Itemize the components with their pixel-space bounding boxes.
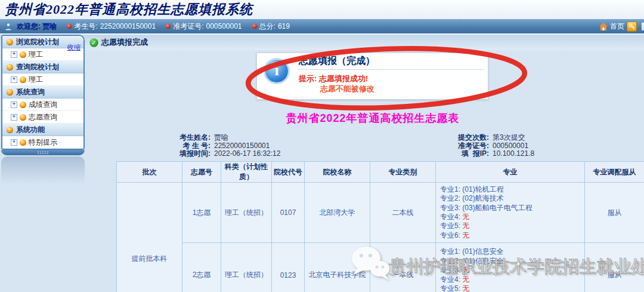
orange-ball-icon <box>20 139 26 146</box>
col-header-school-name: 院校名称 <box>305 162 370 183</box>
item-label: 特别提示 <box>29 137 57 147</box>
volunteer-no-cell: 2志愿 <box>182 243 221 292</box>
info-row: 填 报IP: 10.100.121.8 <box>447 150 534 158</box>
major-value: 无 <box>462 222 469 230</box>
info-value: 第3次提交 <box>493 134 525 142</box>
sidebar-section-browse-plans[interactable]: 浏览院校计划 收缩 <box>2 36 83 48</box>
info-icon <box>265 60 288 82</box>
info-row: 考生姓名: 贾喻 <box>169 134 280 142</box>
major-label: 专业3: <box>440 204 460 212</box>
user-toolbar: 欢迎您: 贾喻 考生号: 22520000150001 准考证号: 000500… <box>0 19 644 33</box>
plus-expand-icon[interactable] <box>11 139 17 146</box>
info-row: 提交次数: 第3次提交 <box>447 134 534 142</box>
clipped-glyph <box>642 23 644 30</box>
total-score-field: 总分: 619 <box>252 21 290 32</box>
info-label: 准考证号: <box>447 142 489 150</box>
item-label: 理工 <box>29 75 43 85</box>
sidebar-menu: 浏览院校计划 收缩 理工 查询院校计划 理工 系统查询 成绩查询 <box>1 35 85 150</box>
field-value: 619 <box>278 22 290 30</box>
orange-ball-icon <box>20 102 26 108</box>
field-label: 总分: <box>259 21 275 32</box>
info-label: 提交次数: <box>447 134 489 142</box>
plus-expand-icon[interactable] <box>11 76 17 83</box>
orange-ball-icon <box>7 127 13 133</box>
candidate-number-field: 考生号: 22520000150001 <box>67 21 156 32</box>
title-bar: 贵州省2022年普通高校招生志愿填报系统 <box>0 0 644 19</box>
orange-ball-icon <box>7 39 13 45</box>
red-dot-icon <box>67 24 72 29</box>
tip-label: 提示: <box>299 74 317 83</box>
sidebar-section-system-query[interactable]: 系统查询 <box>2 86 83 99</box>
orange-ball-icon <box>20 76 26 83</box>
red-dot-icon <box>166 24 171 29</box>
sidebar-section-system-functions[interactable]: 系统功能 <box>2 124 83 136</box>
major-value: 无 <box>462 231 469 239</box>
candidate-info-left: 考生姓名: 贾喻 考 生 号: 22520000150001 填报时间: 202… <box>169 134 280 158</box>
home-link[interactable]: 首页 <box>610 21 624 32</box>
major-value: (02)航海技术 <box>462 194 503 202</box>
plus-expand-icon[interactable] <box>11 51 17 58</box>
school-code-cell: 0123 <box>272 243 305 292</box>
orange-ball-icon <box>20 114 26 121</box>
item-label: 成绩查询 <box>29 100 57 110</box>
check-circle-icon <box>89 38 98 47</box>
wechat-logo <box>351 245 390 283</box>
subject-type-cell: 理工（统招） <box>221 183 272 243</box>
field-label: 考生号: <box>74 21 97 32</box>
key-icon[interactable] <box>627 21 637 32</box>
major-category-cell: 二本线 <box>370 183 436 243</box>
major-value: (01)轮机工程 <box>462 185 503 193</box>
volunteer-no-cell: 1志愿 <box>182 183 221 243</box>
user-icon <box>4 22 13 31</box>
sidebar-footer-bar[interactable] <box>1 150 85 155</box>
info-label: 考 生 号: <box>169 142 210 150</box>
col-header-batch: 批次 <box>117 162 182 183</box>
section-label: 查询院校计划 <box>16 62 59 72</box>
section-label: 浏览院校计划 <box>16 37 59 47</box>
sidebar-section-query-plans[interactable]: 查询院校计划 <box>2 61 83 73</box>
dialog-tip: 提示: 志愿填报成功! <box>299 73 368 84</box>
col-header-major-category: 专业类别 <box>370 162 436 183</box>
welcome-label: 欢迎您: <box>17 22 41 30</box>
candidate-info-right: 提交次数: 第3次提交 准考证号: 000500001 填 报IP: 10.10… <box>447 134 534 158</box>
info-label: 考生姓名: <box>169 134 210 142</box>
item-label: 理工 <box>29 50 43 60</box>
grip-handle-icon[interactable] <box>37 151 49 154</box>
major-label: 专业1: <box>440 185 460 193</box>
sidebar-item-score-query[interactable]: 成绩查询 <box>2 99 83 111</box>
status-line: 志愿填报完成 <box>89 37 148 48</box>
plus-expand-icon[interactable] <box>11 102 17 108</box>
school-name-cell: 北部湾大学 <box>305 183 370 243</box>
dialog-separator <box>299 69 483 70</box>
exam-ticket-field: 准考证号: 000500001 <box>166 21 242 32</box>
user-name: 贾喻 <box>42 22 57 30</box>
collapse-link[interactable]: 收缩 <box>67 43 80 52</box>
red-dot-icon <box>252 24 257 29</box>
sidebar-item-volunteer-query[interactable]: 志愿查询 <box>2 111 83 124</box>
orange-ball-icon <box>7 89 13 96</box>
welcome-text: 欢迎您: 贾喻 <box>17 21 57 32</box>
info-row: 准考证号: 000500001 <box>447 142 534 150</box>
field-label: 准考证号: <box>173 21 203 32</box>
completion-dialog: 志愿填报（完成） 提示: 志愿填报成功! 志愿不能被修改 <box>256 53 488 100</box>
major-label: 专业4: <box>440 213 460 221</box>
info-label: 填 报IP: <box>447 150 489 158</box>
info-value: 2022-06-17 16:32:12 <box>214 150 280 158</box>
sidebar-item-special-tips[interactable]: 特别提示 <box>2 136 83 149</box>
info-value: 10.100.121.8 <box>493 150 534 158</box>
section-label: 系统查询 <box>16 87 45 97</box>
orange-ball-icon <box>7 64 13 70</box>
plus-expand-icon[interactable] <box>11 114 17 121</box>
dialog-tip-sub: 志愿不能被修改 <box>320 84 374 94</box>
info-value: 22520000150001 <box>214 142 270 150</box>
section-label: 系统功能 <box>16 125 45 135</box>
col-header-volunteer-no: 志愿号 <box>182 162 221 183</box>
home-icon[interactable] <box>599 23 608 30</box>
field-value: 000500001 <box>206 22 242 30</box>
sidebar-item-query-ligong[interactable]: 理工 <box>2 73 83 86</box>
dialog-title: 志愿填报（完成） <box>299 55 375 67</box>
table-row: 提前批本科 1志愿 理工（统招） 0107 北部湾大学 二本线 专业1: (01… <box>117 183 644 243</box>
major-value: 无 <box>462 284 469 292</box>
col-header-obey-adjust: 专业调配服从 <box>585 162 644 183</box>
major-label: 专业5: <box>440 284 460 292</box>
